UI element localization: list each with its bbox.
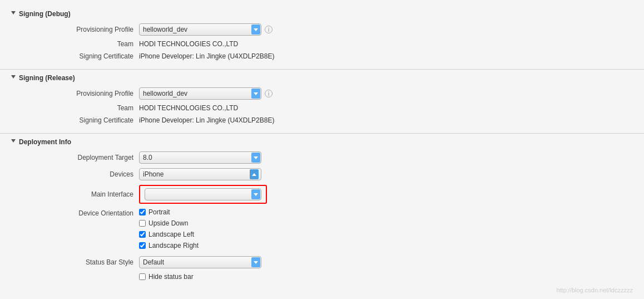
provisioning-profile-debug-dropdown-wrapper: helloworld_dev i [139, 23, 273, 36]
signing-release-header[interactable]: Signing (Release) [11, 74, 633, 82]
orientation-landscape-right-row: Landscape Right [139, 242, 199, 249]
provisioning-profile-debug-dropdown[interactable]: helloworld_dev [139, 23, 261, 36]
signing-cert-debug-label: Signing Certificate [44, 52, 133, 60]
signing-cert-release-row: Signing Certificate iPhone Developer: Li… [11, 116, 633, 124]
team-release-row: Team HODI TECHNOLOGIES CO.,LTD [11, 104, 633, 112]
landscape-right-label: Landscape Right [148, 242, 199, 249]
main-interface-label: Main Interface [44, 190, 133, 198]
portrait-checkbox[interactable] [139, 209, 146, 215]
deployment-info-header[interactable]: Deployment Info [11, 138, 633, 146]
hide-status-bar-checkbox-row: Hide status bar [139, 273, 194, 281]
deployment-info-section: Deployment Info Deployment Target 8.0 De… [0, 134, 644, 292]
devices-arrow-up-icon [250, 169, 259, 179]
devices-row: Devices iPhone [11, 168, 633, 180]
main-interface-dropdown[interactable] [145, 188, 261, 200]
watermark: http://blog.csdn.net/ldczzzzz [556, 287, 633, 293]
provisioning-profile-release-dropdown[interactable]: helloworld_dev [139, 87, 261, 100]
signing-debug-header[interactable]: Signing (Debug) [11, 10, 633, 18]
provisioning-profile-debug-label: Provisioning Profile [44, 26, 133, 33]
signing-cert-debug-row: Signing Certificate iPhone Developer: Li… [11, 52, 633, 60]
landscape-right-checkbox[interactable] [139, 242, 146, 249]
signing-debug-toggle[interactable] [11, 11, 16, 17]
provisioning-profile-debug-row: Provisioning Profile helloworld_dev i [11, 23, 633, 36]
devices-label: Devices [44, 170, 133, 178]
status-bar-arrow-icon [251, 257, 260, 267]
main-interface-arrow-icon [251, 189, 260, 199]
team-release-value: HODI TECHNOLOGIES CO.,LTD [139, 104, 238, 112]
deployment-target-row: Deployment Target 8.0 [11, 151, 633, 164]
hide-status-bar-checkbox[interactable] [139, 273, 146, 280]
provisioning-profile-debug-value: helloworld_dev [143, 26, 187, 33]
signing-debug-title: Signing (Debug) [19, 10, 71, 18]
status-bar-style-dropdown[interactable]: Default [139, 256, 261, 268]
deployment-target-value: 8.0 [143, 154, 152, 161]
status-bar-style-label: Status Bar Style [44, 258, 133, 266]
device-orientation-row: Device Orientation Portrait Upside Down … [11, 208, 633, 252]
devices-value: iPhone [143, 170, 164, 178]
landscape-left-checkbox[interactable] [139, 231, 146, 238]
dropdown-arrow-icon [251, 24, 260, 35]
provisioning-profile-release-row: Provisioning Profile helloworld_dev i [11, 87, 633, 100]
deployment-target-dropdown[interactable]: 8.0 [139, 151, 261, 164]
orientation-landscape-left-row: Landscape Left [139, 231, 199, 238]
signing-cert-debug-value: iPhone Developer: Lin Jingke (U4XDLP2B8E… [139, 52, 274, 60]
orientation-group: Portrait Upside Down Landscape Left Land… [139, 208, 199, 252]
main-interface-highlight-box [139, 185, 267, 204]
orientation-upsidedown-row: Upside Down [139, 219, 199, 227]
provisioning-profile-release-value: helloworld_dev [143, 90, 187, 97]
portrait-label: Portrait [148, 208, 170, 216]
info-icon-release[interactable]: i [265, 90, 273, 97]
orientation-portrait-row: Portrait [139, 208, 199, 216]
hide-status-bar-label: Hide status bar [148, 273, 194, 281]
deployment-target-label: Deployment Target [44, 154, 133, 161]
signing-release-section: Signing (Release) Provisioning Profile h… [0, 70, 644, 134]
signing-debug-section: Signing (Debug) Provisioning Profile hel… [0, 6, 644, 70]
main-interface-row: Main Interface [11, 185, 633, 204]
deployment-info-title: Deployment Info [19, 138, 71, 146]
dropdown-arrow-release-icon [251, 89, 260, 99]
signing-cert-release-label: Signing Certificate [44, 116, 133, 124]
team-debug-value: HODI TECHNOLOGIES CO.,LTD [139, 40, 238, 48]
hide-status-bar-row: Hide status bar [11, 273, 633, 283]
team-debug-label: Team [44, 40, 133, 48]
upsidedown-label: Upside Down [148, 219, 188, 227]
status-bar-style-value: Default [143, 258, 164, 266]
status-bar-style-row: Status Bar Style Default [11, 256, 633, 268]
provisioning-profile-release-dropdown-wrapper: helloworld_dev i [139, 87, 273, 100]
signing-release-title: Signing (Release) [19, 74, 75, 82]
info-icon-debug[interactable]: i [265, 26, 273, 33]
deployment-info-toggle[interactable] [11, 139, 16, 145]
device-orientation-label: Device Orientation [44, 208, 133, 217]
signing-release-toggle[interactable] [11, 75, 16, 81]
signing-cert-release-value: iPhone Developer: Lin Jingke (U4XDLP2B8E… [139, 116, 274, 124]
devices-dropdown[interactable]: iPhone [139, 168, 261, 180]
team-debug-row: Team HODI TECHNOLOGIES CO.,LTD [11, 40, 633, 48]
deployment-target-arrow-icon [251, 153, 260, 163]
upsidedown-checkbox[interactable] [139, 220, 146, 227]
team-release-label: Team [44, 104, 133, 112]
landscape-left-label: Landscape Left [148, 231, 194, 238]
provisioning-profile-release-label: Provisioning Profile [44, 90, 133, 97]
